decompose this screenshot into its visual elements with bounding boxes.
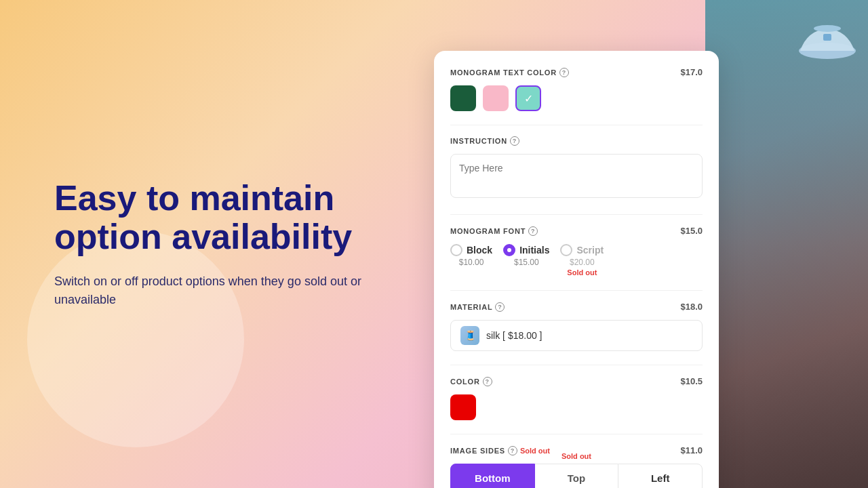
top-sold-out-badge: Sold out <box>561 452 591 460</box>
font-script-price: $20.00 <box>570 258 595 267</box>
material-help-icon[interactable]: ? <box>495 302 505 312</box>
monogram-font-header: MONOGRAM FONT ? $15.0 <box>450 226 703 236</box>
divider-4 <box>450 365 703 365</box>
swatch-check-icon: ✓ <box>517 87 540 110</box>
divider-2 <box>450 214 703 215</box>
divider-1 <box>450 125 703 125</box>
instruction-label: INSTRUCTION ? <box>450 136 519 146</box>
svg-point-1 <box>814 25 841 32</box>
radio-script <box>560 244 572 256</box>
divider-5 <box>450 434 703 434</box>
hat-illustration <box>793 20 861 70</box>
color-section: COLOR ? $10.5 <box>450 376 703 420</box>
swatch-dark-green[interactable] <box>450 85 476 111</box>
svg-rect-2 <box>823 34 831 41</box>
side-btn-bottom[interactable]: Bottom <box>450 464 535 488</box>
material-icon: 🧵 <box>460 326 479 345</box>
font-initials-name: Initials <box>519 245 549 256</box>
font-block-name: Block <box>467 245 492 256</box>
color-header: COLOR ? $10.5 <box>450 376 703 386</box>
monogram-color-help-icon[interactable]: ? <box>559 68 569 77</box>
instruction-help-icon[interactable]: ? <box>510 136 519 146</box>
color-label: COLOR ? <box>450 377 492 386</box>
monogram-color-price: $17.0 <box>680 67 703 77</box>
font-option-block[interactable]: Block $10.00 <box>450 244 492 277</box>
color-help-icon[interactable]: ? <box>483 377 492 386</box>
material-label: MATERIAL ? <box>450 302 505 312</box>
monogram-color-header: MONOGRAM TEXT COLOR ? $17.0 <box>450 67 703 77</box>
image-sides-label: IMAGE SIDES ? Sold out <box>450 446 550 455</box>
monogram-font-label: MONOGRAM FONT ? <box>450 226 538 236</box>
font-block-row: Block <box>450 244 492 256</box>
swatch-pink[interactable] <box>483 85 509 111</box>
image-sides-price: $11.0 <box>680 445 703 455</box>
font-initials-price: $15.00 <box>514 258 539 267</box>
side-btn-left[interactable]: Left <box>618 464 703 488</box>
monogram-color-label: MONOGRAM TEXT COLOR ? <box>450 68 569 77</box>
instruction-input[interactable] <box>450 154 703 198</box>
left-panel: Easy to maintain option availability Swi… <box>0 0 434 488</box>
material-header: MATERIAL ? $18.0 <box>450 302 703 312</box>
left-content: Easy to maintain option availability Swi… <box>54 179 380 309</box>
instruction-section: INSTRUCTION ? <box>450 136 703 201</box>
sides-buttons: Bottom Sold out Top Left <box>450 464 703 488</box>
monogram-font-price: $15.0 <box>680 226 703 236</box>
color-swatch-red[interactable] <box>450 394 476 420</box>
image-sides-sold-out-label: Sold out <box>520 447 550 455</box>
material-price: $18.0 <box>680 302 703 312</box>
monogram-font-help-icon[interactable]: ? <box>528 226 538 236</box>
right-photo <box>705 0 868 488</box>
font-block-price: $10.00 <box>459 258 484 267</box>
instruction-header: INSTRUCTION ? <box>450 136 703 146</box>
material-dropdown[interactable]: 🧵 silk [ $18.00 ] <box>450 320 703 351</box>
main-heading: Easy to maintain option availability <box>54 179 380 256</box>
image-sides-help-icon[interactable]: ? <box>508 446 517 455</box>
radio-block <box>450 244 462 256</box>
material-selected-text: silk [ $18.00 ] <box>486 330 542 341</box>
swatch-mint[interactable]: ✓ <box>515 85 541 111</box>
material-section: MATERIAL ? $18.0 🧵 silk [ $18.00 ] <box>450 302 703 351</box>
sub-heading: Switch on or off product options when th… <box>54 272 366 309</box>
radio-initials <box>503 244 515 256</box>
divider-3 <box>450 290 703 291</box>
model-overlay <box>705 0 868 488</box>
side-btn-top[interactable]: Sold out Top <box>535 464 618 488</box>
font-option-initials[interactable]: Initials $15.00 <box>503 244 549 277</box>
font-script-row: Script <box>560 244 604 256</box>
monogram-text-color-section: MONOGRAM TEXT COLOR ? $17.0 ✓ <box>450 67 703 111</box>
product-options-card: MONOGRAM TEXT COLOR ? $17.0 ✓ INSTRUCTIO… <box>434 51 719 488</box>
monogram-font-section: MONOGRAM FONT ? $15.0 Block $10.00 Initi… <box>450 226 703 277</box>
font-script-name: Script <box>576 245 604 256</box>
image-sides-section: IMAGE SIDES ? Sold out $11.0 Bottom Sold… <box>450 445 703 488</box>
script-sold-out: Sold out <box>567 268 597 277</box>
font-options: Block $10.00 Initials $15.00 Script $20.… <box>450 244 703 277</box>
font-option-script[interactable]: Script $20.00 Sold out <box>560 244 604 277</box>
font-initials-row: Initials <box>503 244 549 256</box>
color-swatches: ✓ <box>450 85 703 111</box>
color-price: $10.5 <box>680 376 703 386</box>
